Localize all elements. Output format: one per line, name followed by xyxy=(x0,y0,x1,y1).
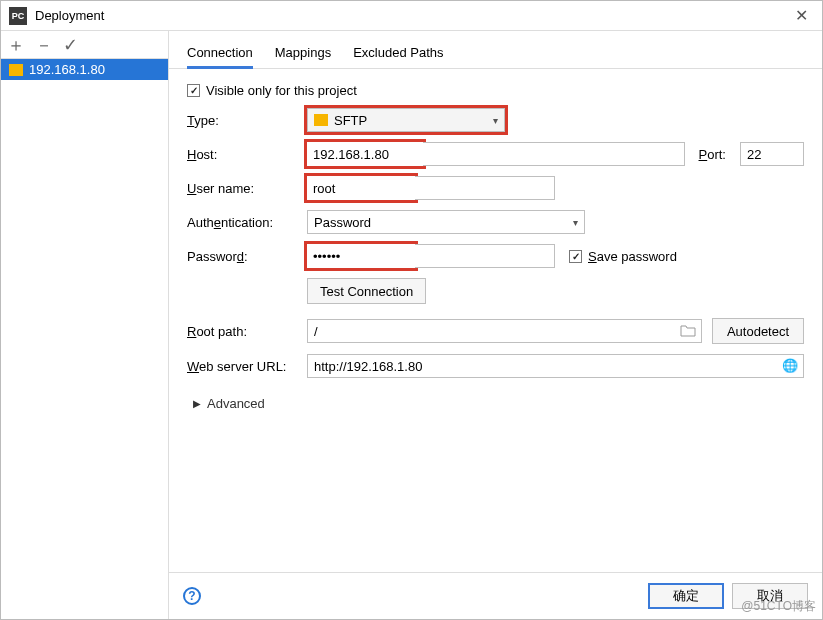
help-icon[interactable]: ? xyxy=(183,587,201,605)
type-value: SFTP xyxy=(334,113,367,128)
port-field[interactable] xyxy=(740,142,804,166)
password-field[interactable] xyxy=(307,244,415,268)
save-password-checkbox[interactable]: Save password xyxy=(569,249,677,264)
server-list-toolbar: ＋ － ✓ xyxy=(1,31,168,59)
tab-connection[interactable]: Connection xyxy=(187,41,253,68)
checkbox-icon xyxy=(569,250,582,263)
port-label: Port: xyxy=(699,147,726,162)
deployment-dialog: PC Deployment ✕ ＋ － ✓ 192.168.1.80 Conne… xyxy=(0,0,823,620)
tab-mappings[interactable]: Mappings xyxy=(275,41,331,68)
checkbox-icon xyxy=(187,84,200,97)
username-field-extra[interactable] xyxy=(415,176,555,200)
server-list-item-label: 192.168.1.80 xyxy=(29,62,105,77)
host-field[interactable] xyxy=(307,142,423,166)
chevron-down-icon: ▾ xyxy=(493,115,498,126)
dialog-body: ＋ － ✓ 192.168.1.80 Connection Mappings E… xyxy=(1,31,822,619)
autodetect-button[interactable]: Autodetect xyxy=(712,318,804,344)
server-list-item[interactable]: 192.168.1.80 xyxy=(1,59,168,80)
server-settings-panel: Connection Mappings Excluded Paths Visib… xyxy=(169,31,822,619)
web-url-field[interactable] xyxy=(307,354,804,378)
set-default-icon[interactable]: ✓ xyxy=(63,36,78,54)
password-label: Password: xyxy=(187,249,307,264)
remove-server-icon[interactable]: － xyxy=(35,36,53,54)
auth-label: Authentication: xyxy=(187,215,307,230)
ok-button[interactable]: 确定 xyxy=(648,583,724,609)
visible-only-label: Visible only for this project xyxy=(206,83,357,98)
dialog-footer: ? 确定 取消 xyxy=(169,572,822,619)
server-list-panel: ＋ － ✓ 192.168.1.80 xyxy=(1,31,169,619)
watermark: @51CTO博客 xyxy=(741,598,816,615)
add-server-icon[interactable]: ＋ xyxy=(7,36,25,54)
close-icon[interactable]: ✕ xyxy=(789,6,814,25)
password-field-extra[interactable] xyxy=(415,244,555,268)
advanced-label: Advanced xyxy=(207,396,265,411)
connection-form: Visible only for this project TType:ype:… xyxy=(169,69,822,572)
chevron-right-icon: ▶ xyxy=(193,398,201,409)
pycharm-icon: PC xyxy=(9,7,27,25)
host-label: Host: xyxy=(187,147,307,162)
sftp-icon xyxy=(314,114,328,126)
save-password-label: Save password xyxy=(588,249,677,264)
type-label: TType:ype: xyxy=(187,113,307,128)
tab-excluded-paths[interactable]: Excluded Paths xyxy=(353,41,443,68)
auth-select[interactable]: Password ▾ xyxy=(307,210,585,234)
username-label: User name: xyxy=(187,181,307,196)
root-path-field[interactable] xyxy=(307,319,702,343)
visible-only-checkbox[interactable]: Visible only for this project xyxy=(187,83,357,98)
web-url-label: Web server URL: xyxy=(187,359,307,374)
globe-icon[interactable]: 🌐 xyxy=(782,358,798,373)
tabs: Connection Mappings Excluded Paths xyxy=(169,31,822,69)
window-title: Deployment xyxy=(35,8,789,23)
sftp-server-icon xyxy=(9,64,23,76)
chevron-down-icon: ▾ xyxy=(573,217,578,228)
auth-value: Password xyxy=(314,215,371,230)
username-field[interactable] xyxy=(307,176,415,200)
advanced-toggle[interactable]: ▶ Advanced xyxy=(193,396,804,411)
folder-icon[interactable] xyxy=(680,323,696,339)
title-bar: PC Deployment ✕ xyxy=(1,1,822,31)
host-field-extra[interactable] xyxy=(423,142,685,166)
root-path-label: Root path: xyxy=(187,324,307,339)
type-select[interactable]: SFTP ▾ xyxy=(307,108,505,132)
test-connection-button[interactable]: Test Connection xyxy=(307,278,426,304)
